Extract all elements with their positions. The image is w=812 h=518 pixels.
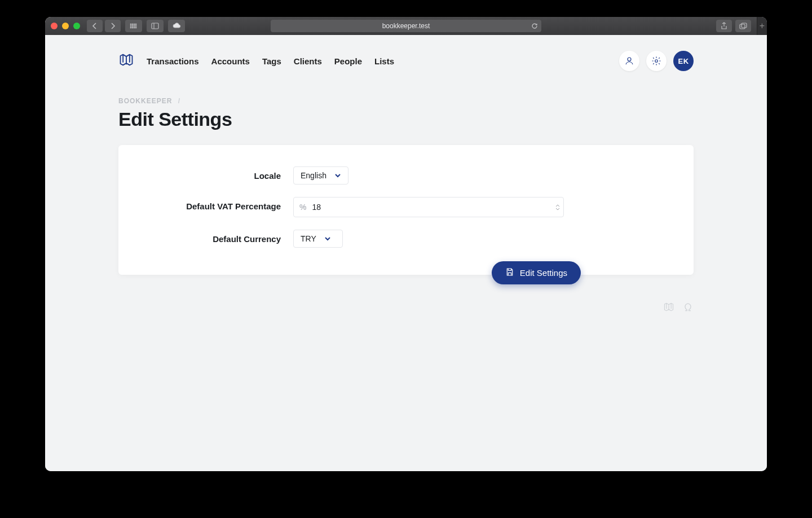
map-icon[interactable] [663,301,674,315]
percent-icon: % [299,203,306,212]
settings-card: Locale English Default VAT Percentage [118,145,694,275]
edit-settings-button[interactable]: Edit Settings [492,261,581,284]
currency-select[interactable]: TRY [293,230,343,248]
vat-label: Default VAT Percentage [147,197,293,211]
omega-icon[interactable] [682,301,694,315]
locale-value: English [301,171,326,180]
svg-point-0 [130,24,131,25]
titlebar: bookkeeper.test + [45,17,767,35]
forward-button[interactable] [105,20,121,32]
nav-people[interactable]: People [334,56,362,66]
address-bar[interactable]: bookkeeper.test [271,20,541,32]
svg-point-4 [130,25,131,27]
history-nav [87,20,121,32]
nav-links: Transactions Accounts Tags Clients Peopl… [147,56,394,66]
reload-icon[interactable] [531,23,538,29]
window-controls [51,23,80,29]
svg-point-6 [134,25,135,27]
number-stepper[interactable] [555,204,560,211]
nav-transactions[interactable]: Transactions [147,56,199,66]
currency-value: TRY [301,234,316,243]
svg-point-7 [135,25,136,27]
svg-rect-14 [740,24,745,29]
address-text: bookkeeper.test [382,22,430,30]
grid-view-button[interactable] [125,20,142,32]
svg-point-8 [130,27,131,28]
locale-label: Locale [147,166,293,181]
profile-button[interactable] [619,51,639,71]
nav-accounts[interactable]: Accounts [211,56,250,66]
nav-lists[interactable]: Lists [374,56,394,66]
sidebar-toggle-button[interactable] [147,20,164,32]
zoom-window-button[interactable] [73,23,80,29]
share-button[interactable] [716,20,732,32]
page: Transactions Accounts Tags Clients Peopl… [45,35,767,471]
svg-point-1 [132,24,133,25]
submit-label: Edit Settings [520,268,567,278]
svg-point-5 [132,25,133,27]
vat-input[interactable] [312,203,558,212]
avatar-initials: EK [678,57,689,65]
close-window-button[interactable] [51,23,58,29]
currency-label: Default Currency [147,230,293,244]
settings-button[interactable] [646,51,667,71]
cloud-button[interactable] [168,20,185,32]
brand-logo-icon[interactable] [118,52,134,70]
chevron-down-icon [324,236,331,242]
locale-select[interactable]: English [293,166,348,185]
avatar[interactable]: EK [673,51,694,71]
save-icon [505,267,514,278]
breadcrumb: BOOKKEEPER / [118,97,694,105]
new-tab-button[interactable]: + [757,17,767,35]
svg-point-10 [134,27,135,28]
svg-point-2 [134,24,135,25]
svg-rect-15 [742,23,747,28]
svg-point-16 [628,58,631,61]
footer-icons [118,301,694,315]
minimize-window-button[interactable] [62,23,69,29]
tabs-button[interactable] [735,20,751,32]
nav-clients[interactable]: Clients [294,56,322,66]
svg-point-9 [132,27,133,28]
svg-point-17 [655,60,658,63]
breadcrumb-separator: / [178,97,180,105]
back-button[interactable] [87,20,103,32]
svg-point-11 [135,27,136,28]
svg-rect-12 [152,23,158,29]
chevron-down-icon [334,173,341,178]
topnav: Transactions Accounts Tags Clients Peopl… [118,51,694,71]
browser-window: bookkeeper.test + Transactions Ac [45,17,767,471]
nav-tags[interactable]: Tags [262,56,281,66]
vat-input-wrapper: % [293,197,564,217]
breadcrumb-root[interactable]: BOOKKEEPER [118,97,172,105]
svg-point-3 [135,24,136,25]
page-title: Edit Settings [118,108,694,130]
